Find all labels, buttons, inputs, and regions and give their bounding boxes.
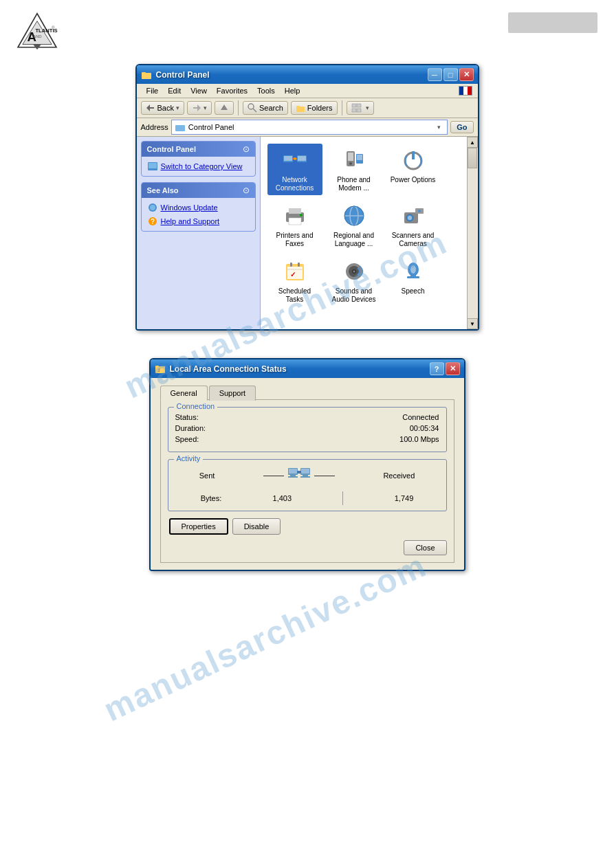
minimize-button[interactable]: ─ [428, 68, 442, 81]
properties-button[interactable]: Properties [169, 518, 228, 535]
dialog-help-button[interactable]: ? [430, 362, 444, 375]
switch-view-link[interactable]: Switch to Category View [147, 161, 250, 172]
dialog-close-row: Close [168, 540, 447, 555]
network-connections-icon [281, 146, 309, 174]
icon-speech[interactable]: Speech [386, 255, 441, 307]
icon-phone-modem[interactable]: Phone and Modem ... [327, 144, 382, 195]
icon-printers-faxes[interactable]: Printers and Faxes [267, 199, 322, 251]
scanners-cameras-icon [399, 202, 427, 230]
svg-rect-10 [149, 107, 154, 109]
scrollbar[interactable]: ▲ ▼ [467, 137, 478, 329]
svg-rect-30 [284, 156, 292, 161]
icons-grid: Network Connections [265, 141, 474, 309]
search-label: Search [259, 104, 283, 112]
forward-button[interactable]: ▾ [187, 101, 212, 115]
up-button[interactable] [215, 101, 234, 115]
svg-rect-58 [290, 263, 292, 267]
main-panel: Control Panel ⊙ Switch to Category View … [137, 137, 478, 329]
svg-rect-59 [298, 263, 300, 267]
menu-file[interactable]: File [142, 85, 163, 96]
scroll-thumb[interactable] [468, 148, 477, 168]
dialog-title: Local Area Connection Status [170, 364, 287, 374]
tab-support[interactable]: Support [209, 386, 256, 401]
go-button[interactable]: Go [450, 121, 473, 133]
svg-point-34 [294, 157, 296, 160]
svg-rect-81 [297, 471, 301, 474]
tab-general[interactable]: General [160, 386, 208, 401]
svg-rect-17 [296, 106, 300, 108]
menu-edit[interactable]: Edit [164, 85, 185, 96]
svg-rect-24 [149, 163, 157, 168]
bytes-label: Bytes: [201, 494, 222, 502]
connection-legend: Connection [174, 402, 218, 410]
sidebar-section-see-also: See Also ⊙ Windows Update ? Help and Sup… [141, 182, 256, 232]
address-bar[interactable]: ▾ [171, 120, 448, 135]
window-buttons: ─ □ ✕ [428, 68, 474, 81]
back-button[interactable]: Back ▾ [141, 101, 184, 115]
switch-view-icon [147, 161, 158, 172]
status-label: Status: [175, 413, 199, 421]
menu-view[interactable]: View [186, 85, 211, 96]
sidebar-section-body-1: Switch to Category View [142, 157, 255, 176]
svg-point-54 [418, 210, 421, 212]
dialog-window-buttons: ? ✕ [430, 362, 460, 375]
icon-sounds-audio[interactable]: Sounds and Audio Devices [327, 255, 382, 307]
view-button[interactable]: ▾ [347, 101, 374, 115]
address-input[interactable] [188, 123, 430, 131]
sidebar-section-header-2: See Also ⊙ [142, 183, 255, 198]
printers-faxes-icon [281, 202, 309, 230]
close-dialog-button[interactable]: Close [404, 540, 446, 555]
icon-scanners-cameras[interactable]: Scanners and Cameras [386, 199, 441, 251]
search-button[interactable]: Search [243, 101, 288, 115]
sidebar-section-arrow-2[interactable]: ⊙ [243, 186, 250, 195]
icon-power-options[interactable]: Power Options [386, 144, 441, 195]
svg-rect-8 [142, 72, 146, 74]
maximize-button[interactable]: □ [443, 68, 458, 81]
help-support-link[interactable]: ? Help and Support [147, 216, 250, 227]
duration-row: Duration: 00:05:34 [175, 424, 439, 432]
svg-point-45 [300, 214, 303, 216]
icon-network-connections[interactable]: Network Connections [267, 144, 322, 195]
svg-point-64 [353, 271, 355, 273]
sidebar-section-title-2: See Also [147, 186, 179, 194]
logo-icon: A TLANTIS AND ® [17, 12, 58, 50]
scroll-track [468, 148, 477, 318]
received-bytes: 1,749 [395, 494, 414, 502]
dialog-close-button[interactable]: ✕ [446, 362, 460, 375]
address-dropdown[interactable]: ▾ [433, 120, 444, 134]
menu-help[interactable]: Help [281, 85, 305, 96]
menu-favorites[interactable]: Favorites [212, 85, 252, 96]
status-row: Status: Connected [175, 413, 439, 421]
sent-bytes: 1,403 [273, 494, 292, 502]
network-activity-icon [287, 465, 311, 486]
svg-marker-13 [221, 104, 228, 110]
svg-line-15 [253, 109, 256, 112]
menu-tools[interactable]: Tools [253, 85, 279, 96]
content-area: Network Connections [261, 137, 478, 329]
phone-modem-icon [340, 146, 368, 174]
scroll-down-button[interactable]: ▼ [467, 318, 478, 329]
control-panel-title-icon [141, 69, 152, 80]
windows-update-link[interactable]: Windows Update [147, 202, 250, 213]
disable-button[interactable]: Disable [232, 518, 281, 535]
svg-rect-21 [357, 109, 361, 112]
svg-rect-39 [357, 155, 362, 160]
dialog-titlebar: ↕ Local Area Connection Status ? ✕ [151, 359, 464, 378]
icon-label-printers-faxes: Printers and Faxes [270, 232, 320, 248]
sidebar: Control Panel ⊙ Switch to Category View … [137, 137, 261, 329]
scroll-up-button[interactable]: ▲ [467, 137, 478, 148]
svg-rect-74 [289, 469, 297, 474]
icon-scheduled-tasks[interactable]: ✓ Scheduled Tasks [267, 255, 322, 307]
speed-row: Speed: 100.0 Mbps [175, 435, 439, 443]
icon-label-power-options: Power Options [391, 176, 436, 184]
help-support-label: Help and Support [161, 217, 220, 225]
received-label: Received [383, 471, 415, 480]
icon-label-phone-modem: Phone and Modem ... [329, 176, 379, 192]
addressbar: Address ▾ Go [137, 118, 478, 137]
sidebar-section-arrow-1[interactable]: ⊙ [243, 144, 250, 154]
regional-language-icon [340, 202, 368, 230]
close-button[interactable]: ✕ [459, 68, 474, 81]
svg-rect-75 [290, 475, 296, 476]
icon-regional-language[interactable]: Regional and Language ... [327, 199, 382, 251]
folders-button[interactable]: Folders [291, 101, 338, 115]
